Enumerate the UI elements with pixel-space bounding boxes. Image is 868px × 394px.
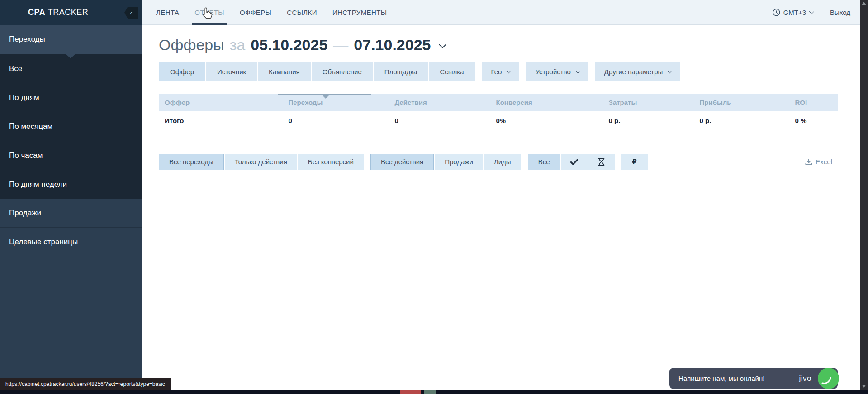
browser-status-url: https://cabinet.cpatracker.ru/users/4825… <box>0 378 171 390</box>
sidebar-item-label: Целевые страницы <box>9 237 78 247</box>
tab-ploshchadka[interactable]: Площадка <box>374 62 428 81</box>
col-konversiya[interactable]: Конверсия <box>491 94 603 111</box>
nav-label: ИНСТРУМЕНТЫ <box>332 9 387 16</box>
tab-label: Ссылка <box>440 68 464 76</box>
sidebar-item-po-dnyam[interactable]: По дням <box>0 83 142 112</box>
download-icon <box>805 158 812 166</box>
filter-label: Продажи <box>445 158 473 166</box>
chat-widget[interactable]: Напишите нам, мы онлайн! jivo <box>669 368 838 389</box>
filter-tolko-deystviya[interactable]: Только действия <box>225 154 297 170</box>
col-zatraty[interactable]: Затраты <box>603 94 694 111</box>
tab-obyavlenie[interactable]: Объявление <box>312 62 373 81</box>
nav-ssylki[interactable]: ССЫЛКИ <box>287 0 317 25</box>
totals-label: Итого <box>159 111 283 130</box>
sidebar-item-label: По месяцам <box>9 122 52 131</box>
tab-ustroystvo-dropdown[interactable]: Устройство <box>526 62 588 81</box>
totals-row: Итого 0 0 0% 0 р. 0 р. 0 % <box>159 111 838 130</box>
nav-lenta[interactable]: ЛЕНТА <box>156 0 179 25</box>
totals-roi: 0 % <box>790 111 838 130</box>
title-preposition: за <box>230 36 246 54</box>
filter-vse-deystviya[interactable]: Все действия <box>370 154 434 170</box>
tab-geo-dropdown[interactable]: Гео <box>482 62 519 81</box>
col-deystviya[interactable]: Действия <box>389 94 491 111</box>
tab-offer[interactable]: Оффер <box>159 62 205 81</box>
chevron-down-icon <box>575 68 580 73</box>
taskbar-sliver <box>0 390 868 394</box>
nav-instrumenty[interactable]: ИНСТРУМЕНТЫ <box>332 0 387 25</box>
filter-lidy[interactable]: Лиды <box>484 154 521 170</box>
sidebar-item-po-chasam[interactable]: По часам <box>0 141 142 170</box>
tab-label: Площадка <box>384 68 417 76</box>
clock-icon <box>773 9 780 16</box>
sidebar-collapse-button[interactable]: ‹ <box>124 7 138 19</box>
tab-istochnik[interactable]: Источник <box>206 62 257 81</box>
topbar: ЛЕНТА ОТЧЕТЫ ОФФЕРЫ ССЫЛКИ ИНСТРУМЕНТЫ G… <box>142 0 860 25</box>
col-pribyl[interactable]: Прибыль <box>694 94 790 111</box>
filter-status-confirmed[interactable] <box>561 154 588 170</box>
taskbar-app-chip <box>424 390 436 394</box>
chevron-down-icon <box>667 68 672 73</box>
report-content: Офферы за 05.10.2025 — 07.10.2025 Оффер … <box>142 25 860 390</box>
scroll-up-arrow-icon[interactable] <box>862 2 866 5</box>
sidebar-item-celevye-stranicy[interactable]: Целевые страницы <box>0 228 142 256</box>
filter-vse-perehody[interactable]: Все переходы <box>159 154 224 170</box>
filter-bez-konversiy[interactable]: Без конверсий <box>298 154 364 170</box>
nav-offery[interactable]: ОФФЕРЫ <box>240 0 271 25</box>
chevron-down-icon <box>506 68 511 73</box>
sidebar-item-po-dnyam-nedeli[interactable]: По дням недели <box>0 170 142 199</box>
nav-otchety[interactable]: ОТЧЕТЫ <box>194 0 224 25</box>
tab-kampaniya[interactable]: Кампания <box>258 62 311 81</box>
report-table: Оффер Переходы Действия Конверсия Затрат… <box>159 94 838 130</box>
nav-label: ССЫЛКИ <box>287 9 317 16</box>
nav-label: ЛЕНТА <box>156 9 179 16</box>
column-label: Оффер <box>165 99 190 106</box>
page-title: Офферы <box>159 36 224 54</box>
export-label: Excel <box>816 158 832 166</box>
filter-status-pending[interactable] <box>588 154 615 170</box>
sort-indicator-arrow <box>323 95 329 99</box>
sidebar-item-label: По дням недели <box>9 180 67 189</box>
filter-status-vse[interactable]: Все <box>528 154 560 170</box>
tab-drugie-parametry-dropdown[interactable]: Другие параметры <box>595 62 680 81</box>
check-icon <box>570 159 578 165</box>
vertical-scrollbar[interactable] <box>860 0 868 390</box>
dimension-tabs: Оффер Источник Кампания Объявление Площа… <box>159 62 860 81</box>
filter-currency-rub[interactable]: ₽ <box>621 154 648 170</box>
export-excel-button[interactable]: Excel <box>805 158 832 166</box>
main-nav: ЛЕНТА ОТЧЕТЫ ОФФЕРЫ ССЫЛКИ ИНСТРУМЕНТЫ <box>142 0 387 25</box>
col-offer[interactable]: Оффер <box>159 94 283 111</box>
sidebar-item-label: По часам <box>9 151 43 160</box>
nav-label: ОТЧЕТЫ <box>194 9 224 16</box>
chat-bubble-icon[interactable] <box>818 368 839 389</box>
scroll-down-arrow-icon[interactable] <box>862 385 866 388</box>
logo-bar: CPA TRACKER ‹ <box>0 0 142 25</box>
col-perehody[interactable]: Переходы <box>283 94 389 111</box>
sidebar-item-label: Все <box>9 64 22 73</box>
sidebar-item-perehody[interactable]: Переходы <box>0 25 142 54</box>
taskbar-red-app <box>400 390 421 394</box>
totals-konversiya: 0% <box>491 111 603 130</box>
sidebar-item-prodazhi[interactable]: Продажи <box>0 199 142 228</box>
column-label: Действия <box>395 99 427 106</box>
tab-label: Источник <box>217 68 246 76</box>
chevron-down-icon <box>809 9 814 14</box>
status-url-text: https://cabinet.cpatracker.ru/users/4825… <box>5 381 165 387</box>
date-from[interactable]: 05.10.2025 <box>251 36 327 54</box>
date-to[interactable]: 07.10.2025 <box>354 36 431 54</box>
logout-link[interactable]: Выход <box>830 9 850 16</box>
col-roi[interactable]: ROI <box>790 94 838 111</box>
sidebar-item-label: По дням <box>9 93 39 102</box>
column-label: Прибыль <box>700 99 731 106</box>
date-range-chevron-icon[interactable] <box>438 41 446 48</box>
timezone-selector[interactable]: GMT+3 <box>773 9 813 16</box>
logo-rest: TRACKER <box>48 8 89 17</box>
sidebar-item-label: Переходы <box>9 35 45 44</box>
filter-prodazhi[interactable]: Продажи <box>435 154 483 170</box>
tab-ssylka[interactable]: Ссылка <box>429 62 474 81</box>
filter-label: Все переходы <box>169 158 213 166</box>
sidebar: CPA TRACKER ‹ Переходы Все По дням По ме… <box>0 0 142 390</box>
filter-label: Лиды <box>494 158 511 166</box>
sidebar-item-po-mesyacam[interactable]: По месяцам <box>0 112 142 141</box>
chat-brand-logo: jivo <box>799 374 811 383</box>
totals-zatraty: 0 р. <box>603 111 694 130</box>
